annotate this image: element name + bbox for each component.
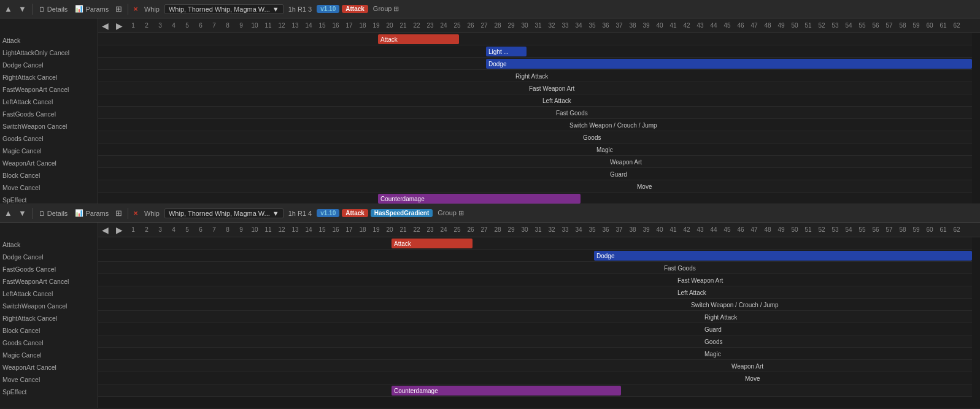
frame-number: 23 [423,22,437,29]
row-label: SwitchWeapon Cancel [0,300,98,312]
timeline-block[interactable]: Switch Weapon / Crouch / Jump [567,120,972,130]
frame-number: 38 [626,226,639,233]
row-label: RightAttack Cancel [0,312,98,324]
row-label: Move Cancel [0,182,98,194]
timeline-block[interactable]: Attack [378,34,459,44]
frame-number: 46 [734,226,747,233]
chevron-down-icon: ▼ [272,6,279,13]
grid-button[interactable]: ⊞ [114,3,124,15]
block-label: Left Attack [542,97,571,104]
separator [32,208,33,219]
timeline-block[interactable]: Counterdamage [378,194,581,204]
frame-number: 55 [855,22,869,29]
frame-number: 44 [707,22,720,29]
frame-number: 61 [936,22,950,29]
timeline-block[interactable]: Fast Goods [662,263,972,273]
timeline-area[interactable]: ◀▶12345678910111213141516171819202122232… [98,223,980,408]
next-frame-button[interactable]: ▶ [112,223,126,237]
row-label: RightAttack Cancel [0,71,98,83]
timeline-block[interactable]: Dodge [594,251,972,261]
frame-number: 53 [828,226,842,233]
block-label: Attack [394,240,411,247]
timeline-block[interactable]: Weapon Art [729,361,972,371]
params-button[interactable]: 📊Params [72,208,111,218]
collapse-up-button[interactable]: ▲ [2,3,14,15]
details-button[interactable]: 🗒Details [36,4,71,14]
frame-number: 42 [680,226,693,233]
frame-number: 41 [666,22,680,29]
timeline-block[interactable]: Fast Weapon Art [527,83,972,93]
block-label: Fast Goods [664,265,696,272]
grid-button[interactable]: ⊞ [114,207,124,219]
timeline-block[interactable]: Guard [702,324,972,334]
frame-number: 3 [153,226,167,233]
timeline-block[interactable]: Fast Weapon Art [675,275,972,285]
frame-number: 35 [585,226,599,233]
timeline-block[interactable]: Magic [594,145,972,155]
timeline-area[interactable]: ◀▶12345678910111213141516171819202122232… [98,18,980,204]
frame-number: 7 [207,22,221,29]
close-button[interactable]: × [132,208,139,218]
timeline-block[interactable]: Left Attack [540,96,972,105]
timeline-block[interactable]: Magic [702,349,972,359]
timeline-block[interactable]: Light ... [486,47,527,56]
weapon-dropdown[interactable]: Whip, Thorned Whip, Magma W...▼ [164,4,284,14]
frame-number: 16 [329,22,342,29]
frame-number: 57 [882,22,896,29]
block-label: Counterdamage [380,196,425,202]
frame-number: 33 [558,226,572,233]
timeline-block[interactable]: Left Attack [675,288,972,297]
prev-frame-button[interactable]: ◀ [98,223,112,237]
block-label: Goods [583,134,601,141]
timeline-block[interactable]: Move [635,182,972,191]
timeline-block[interactable]: Move [743,373,972,383]
frame-number: 17 [342,22,356,29]
details-button[interactable]: 🗒Details [36,208,71,218]
timeline-block[interactable]: Guard [608,169,972,179]
frame-number: 24 [437,22,450,29]
frame-number: 13 [288,226,302,233]
frame-number: 7 [207,226,221,233]
block-label: Switch Weapon / Crouch / Jump [569,122,657,129]
frame-number: 11 [261,22,275,29]
frame-number: 18 [356,226,369,233]
close-button[interactable]: × [132,4,139,13]
collapse-down-button[interactable]: ▼ [17,207,28,219]
frame-number: 29 [504,22,518,29]
group-button[interactable]: Group ⊞ [435,208,466,218]
params-button[interactable]: 📊Params [72,4,111,14]
timeline-block[interactable]: Attack [392,239,473,248]
timeline-block[interactable]: Goods [702,337,972,346]
prev-frame-button[interactable]: ◀ [98,18,112,33]
collapse-down-button[interactable]: ▼ [17,3,28,15]
next-frame-button[interactable]: ▶ [112,18,126,33]
timeline-block[interactable]: Dodge [486,59,972,69]
timeline-block[interactable]: Fast Goods [554,108,972,118]
block-label: Fast Weapon Art [677,277,723,284]
frame-number: 58 [896,22,909,29]
row-label: Block Cancel [0,169,98,182]
group-button[interactable]: Group ⊞ [371,4,402,14]
frame-number: 62 [950,226,963,233]
timeline-block[interactable]: Right Attack [513,71,972,81]
frame-number: 50 [788,22,801,29]
timeline-block[interactable]: Weapon Art [608,157,972,167]
timeline-block[interactable]: Counterdamage [392,386,621,396]
weapon-dropdown[interactable]: Whip, Thorned Whip, Magma W...▼ [164,208,284,218]
weapon-type-label[interactable]: Whip [142,4,162,14]
row-label: SpEffect [0,386,98,398]
row-label: LeftAttack Cancel [0,96,98,108]
weapon-type-label[interactable]: Whip [142,208,162,218]
row-label: Attack [0,239,98,251]
collapse-up-button[interactable]: ▲ [2,207,14,219]
frame-numbers: 1234567891011121314151617181920212223242… [126,22,980,29]
attack-info: 1h R1 3 [286,4,315,14]
panel-panel2: ▲▼🗒Details📊Params⊞×WhipWhip, Thorned Whi… [0,204,980,408]
frame-number: 48 [761,226,774,233]
timeline-row [98,45,972,58]
frame-number: 50 [788,226,801,233]
frame-number: 12 [275,22,288,29]
timeline-block[interactable]: Switch Weapon / Crouch / Jump [689,300,972,310]
timeline-block[interactable]: Right Attack [702,312,972,322]
timeline-block[interactable]: Goods [581,132,972,142]
